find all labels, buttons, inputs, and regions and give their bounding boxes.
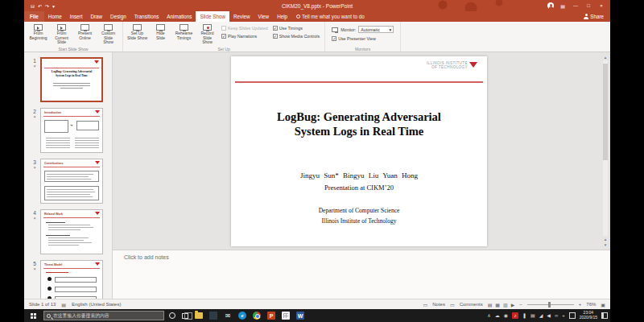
tab-file[interactable]: File — [24, 11, 44, 22]
thumbnail-canvas[interactable]: Introduction ➔ — [40, 108, 103, 153]
hide-slide-button[interactable]: Hide Slide — [150, 23, 171, 46]
slide-title[interactable]: LogBug: Generating Adversarial System Lo… — [231, 109, 487, 138]
checkbox-icon — [221, 26, 226, 31]
spreadsheet-app-icon[interactable] — [282, 312, 290, 320]
from-beginning-button[interactable]: From Beginning — [27, 23, 49, 46]
use-timings-checkbox[interactable]: ✓ Use Timings — [273, 26, 320, 31]
tell-me-box[interactable]: Tell me what you want to do — [291, 11, 369, 22]
thumbnail-canvas[interactable]: Threat Model — [40, 260, 103, 299]
slide-sorter-view-button[interactable]: ▦ — [495, 302, 500, 308]
slide-authors[interactable]: Jingyu Sun* Bingyu Liu Yuan Hong — [231, 171, 487, 180]
zoom-out-button[interactable]: − — [519, 302, 522, 307]
tray-folder-icon[interactable]: ▤ — [530, 309, 535, 322]
language-label[interactable]: English (United States) — [72, 302, 121, 307]
music-app-icon[interactable]: ♪ — [512, 312, 518, 319]
redo-icon[interactable]: ↷ — [45, 3, 49, 9]
show-media-controls-checkbox[interactable]: ✓ Show Media Controls — [273, 34, 320, 39]
thumbnail-slide-3[interactable]: 3 ✶ Contributions — [29, 159, 112, 204]
word-app-icon[interactable]: W — [296, 312, 304, 320]
from-current-slide-button[interactable]: From Current Slide — [51, 23, 72, 46]
move-tool-icon[interactable]: + — [562, 309, 565, 322]
record-slide-show-button[interactable]: Record Slide Show — [196, 23, 218, 46]
zoom-slider-thumb[interactable] — [548, 302, 551, 308]
close-button[interactable]: × — [597, 3, 605, 8]
zoom-percent[interactable]: 76% — [586, 302, 596, 307]
undo-icon[interactable]: ↶ — [38, 3, 42, 9]
notes-panel[interactable]: Click to add notes — [113, 250, 610, 299]
tab-transitions[interactable]: Transitions — [130, 11, 163, 22]
next-slide-button[interactable]: ▾ — [605, 242, 607, 247]
normal-view-button[interactable]: ▤ — [488, 302, 493, 308]
fit-to-window-icon[interactable]: ▣ — [601, 302, 605, 308]
slide-venue[interactable]: Presentation at CIKM’20 — [231, 184, 487, 192]
notes-placeholder[interactable]: Click to add notes — [124, 254, 610, 260]
taskbar-search-input[interactable]: 在这里输入你要搜索的内容 — [43, 311, 164, 320]
play-narrations-checkbox[interactable]: ✓ Play Narrations — [221, 34, 268, 39]
monitor-dropdown[interactable]: Automatic ▾ — [358, 26, 394, 33]
custom-slide-show-button[interactable]: Custom Slide Show — [97, 23, 119, 46]
tab-view[interactable]: View — [254, 11, 274, 22]
tab-draw[interactable]: Draw — [86, 11, 106, 22]
zoom-in-button[interactable]: + — [579, 302, 582, 307]
previous-slide-button[interactable]: ▴ — [605, 237, 607, 242]
save-icon[interactable]: ⊟ — [31, 3, 35, 9]
set-up-slide-show-button[interactable]: Set Up Slide Show — [126, 23, 148, 46]
thumbnail-slide-2[interactable]: 2 ✶ Introduction ➔ — [29, 108, 112, 153]
slide-department[interactable]: Department of Computer Science — [231, 207, 487, 214]
tray-chevron-icon[interactable]: ∧ — [487, 309, 490, 322]
tab-home[interactable]: Home — [44, 11, 66, 22]
tab-insert[interactable]: Insert — [66, 11, 87, 22]
link-icon[interactable]: ∞ — [555, 309, 558, 322]
thumbnail-canvas[interactable]: LogBug: Generating Adversarial System Lo… — [40, 57, 103, 102]
present-online-button[interactable]: Present Online — [74, 23, 96, 46]
qat-customize-icon[interactable]: ▾ — [52, 3, 55, 9]
thumbnail-slide-1[interactable]: 1 ✶ LogBug: Generating Adversarial Syste… — [29, 57, 112, 102]
thumbnail-canvas[interactable]: Related Work — [40, 209, 103, 254]
thumbnail-slide-5[interactable]: 5 ✶ Threat Model — [29, 260, 112, 299]
file-explorer-icon[interactable] — [195, 312, 203, 319]
share-button[interactable]: Share — [577, 11, 610, 22]
tray-app-icon[interactable]: ◉ — [504, 309, 508, 322]
taskbar-clock[interactable]: 23:04 2020/9/15 — [580, 311, 597, 320]
thumbnail-canvas[interactable]: Contributions — [40, 159, 103, 204]
volume-icon[interactable]: ◀ — [547, 309, 551, 322]
ribbon-display-options-icon[interactable]: ▤ — [559, 3, 567, 9]
chrome-browser-icon[interactable] — [253, 312, 261, 320]
zoom-slider[interactable] — [527, 304, 574, 305]
store-icon[interactable] — [209, 312, 217, 320]
powerpoint-app-icon[interactable]: P — [267, 312, 275, 320]
thumbnail-slide-4[interactable]: 4 ✶ Related Work — [29, 209, 112, 254]
scrollbar-thumb[interactable] — [603, 64, 608, 160]
comments-toggle[interactable]: Comments — [460, 302, 483, 307]
slide-organization[interactable]: Illinois Institute of Technology — [231, 217, 487, 225]
edge-browser-icon[interactable]: e — [238, 312, 246, 320]
use-presenter-view-checkbox[interactable]: ✓ Use Presenter View — [332, 36, 394, 41]
minimize-button[interactable]: — — [572, 3, 580, 8]
tab-review[interactable]: Review — [229, 11, 254, 22]
rehearse-timings-button[interactable]: Rehearse Timings — [173, 23, 195, 46]
scroll-up-icon[interactable]: ▴ — [605, 55, 607, 60]
notes-toggle[interactable]: Notes — [432, 302, 445, 307]
mail-icon[interactable]: ✉ — [224, 312, 232, 320]
slide-editing-surface[interactable]: ILLINOIS INSTITUTE OF TECHNOLOGY LogBug:… — [231, 56, 487, 246]
slide-show-view-button[interactable]: ▶ — [511, 302, 515, 308]
vertical-scrollbar[interactable]: ▴ ▴ ▾ — [602, 55, 609, 247]
scrollbar-track[interactable] — [603, 60, 608, 236]
group-label-set-up: Set Up — [123, 47, 324, 52]
user-avatar[interactable] — [547, 2, 554, 9]
action-center-icon[interactable] — [601, 312, 608, 319]
proofing-icon[interactable]: ▤ — [61, 302, 66, 308]
network-icon[interactable]: ◢ — [539, 309, 543, 322]
maximize-button[interactable]: □ — [584, 3, 592, 8]
tab-help[interactable]: Help — [273, 11, 291, 22]
onedrive-cloud-icon[interactable]: ☁ — [495, 309, 500, 322]
reading-view-button[interactable]: ▥ — [503, 302, 508, 308]
tab-animations[interactable]: Animations — [163, 11, 196, 22]
tab-slide-show[interactable]: Slide Show — [196, 11, 229, 22]
microphone-icon[interactable]: ❚ — [522, 309, 526, 322]
ime-indicator-icon[interactable] — [569, 312, 576, 319]
start-button[interactable] — [27, 309, 39, 322]
cortana-icon[interactable] — [169, 312, 175, 319]
task-view-icon[interactable] — [182, 313, 188, 319]
tab-design[interactable]: Design — [106, 11, 130, 22]
